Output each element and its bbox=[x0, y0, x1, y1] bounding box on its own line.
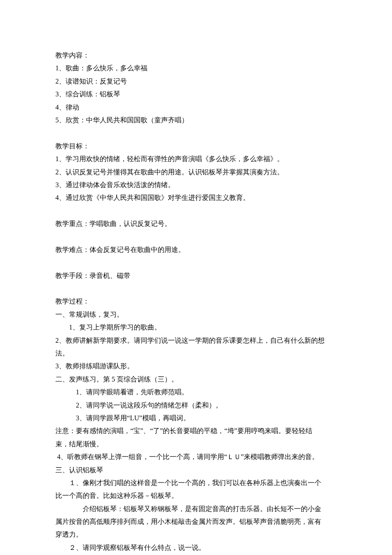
process-sec1-title: 一、常规训练，复习。 bbox=[55, 308, 337, 321]
process-sec3-desc1: 介绍铝板琴：铝板琴又称钢板琴，是有固定音高的打击乐器。由长短不一的小金 bbox=[55, 503, 337, 515]
process-sec3-item1a: １、像刚才我们唱的这样音是一个比一个高的，我们可以在各种乐器上也演奏出一个 bbox=[55, 477, 337, 489]
process-sec3-title: 三、认识铝板琴 bbox=[55, 464, 337, 477]
process-sec1-item2b: 法。 bbox=[55, 347, 337, 360]
process-sec3-desc3: 穿透力。 bbox=[55, 528, 337, 541]
content-item-4: 4、律动 bbox=[55, 101, 337, 114]
objective-item-3: 3、通过律动体会音乐欢快活泼的情绪。 bbox=[55, 179, 337, 191]
process-sec3-item1b: 比一个高的音。比如这种乐器－铝板琴。 bbox=[55, 489, 337, 502]
objective-item-2: 2、认识反复记号并懂得其在歌曲中的用途。认识铝板琴并掌握其演奏方法。 bbox=[55, 166, 337, 179]
process-sec3-item2: ２、请同学观察铝板琴有什么特点，说一说。 bbox=[55, 541, 337, 554]
process-sec3-desc2: 属片按音的高低顺序排列而成，用小木槌敲击金属片而发声。铝板琴声音清脆明亮，富有 bbox=[55, 515, 337, 528]
content-item-3: 3、综合训练：铝板琴 bbox=[55, 88, 337, 101]
heading-content: 教学内容： bbox=[55, 49, 337, 62]
content-item-5: 5、欣赏：中华人民共和国国歌（童声齐唱） bbox=[55, 114, 337, 127]
heading-process: 教学过程： bbox=[55, 295, 337, 308]
process-sec1-item2a: 2、教师讲解新学期要求。请同学们说一说这一学期的音乐课要怎样上，自己有什么新的想 bbox=[55, 334, 337, 347]
objective-item-1: 1、学习用欢快的情绪，轻松而有弹性的声音演唱《多么快乐，多么幸福》。 bbox=[55, 153, 337, 165]
process-sec2-item4: 4、听教师在钢琴上弹一组音，一个比一个高，请同学用“ＬＵ”来模唱教师弹出来的音。 bbox=[55, 451, 337, 463]
process-sec2-item3: 3、请同学跟琴用“LU”模唱，再唱词。 bbox=[55, 412, 337, 425]
process-sec2-item2: 2、请同学说一说这段乐句的情绪怎样（柔和）。 bbox=[55, 399, 337, 412]
process-sec1-item1: 1、复习上学期所学习的歌曲。 bbox=[55, 321, 337, 334]
process-sec2-note2: 束，结尾渐慢。 bbox=[55, 438, 337, 451]
heading-objective: 教学目标： bbox=[55, 140, 337, 153]
content-item-2: 2、读谱知识：反复记号 bbox=[55, 75, 337, 88]
process-sec1-item3: 3、教师排练唱游课队形。 bbox=[55, 360, 337, 373]
process-sec2-item1: 1、请同学眼睛看谱，先听教师范唱。 bbox=[55, 386, 337, 399]
process-sec2-note1: 注意：要有感情的演唱，“宝”、“了”的长音要唱的平稳，“坶”要用哼鸣来唱。要轻轻… bbox=[55, 425, 337, 437]
content-item-1: 1、歌曲：多么快乐，多么幸福 bbox=[55, 62, 337, 75]
teaching-difficulty: 教学难点：体会反复记号在歌曲中的用途。 bbox=[55, 243, 337, 256]
objective-item-4: 4、通过欣赏《中华人民共和国国歌》对学生进行爱国主义教育。 bbox=[55, 191, 337, 204]
process-sec2-title: 二、发声练习。第 5 页综合训练（三）。 bbox=[55, 373, 337, 386]
teaching-tools: 教学手段：录音机、磁带 bbox=[55, 269, 337, 282]
teaching-focus: 教学重点：学唱歌曲，认识反复记号。 bbox=[55, 217, 337, 230]
document-page: 教学内容： 1、歌曲：多么快乐，多么幸福 2、读谱知识：反复记号 3、综合训练：… bbox=[0, 0, 392, 555]
